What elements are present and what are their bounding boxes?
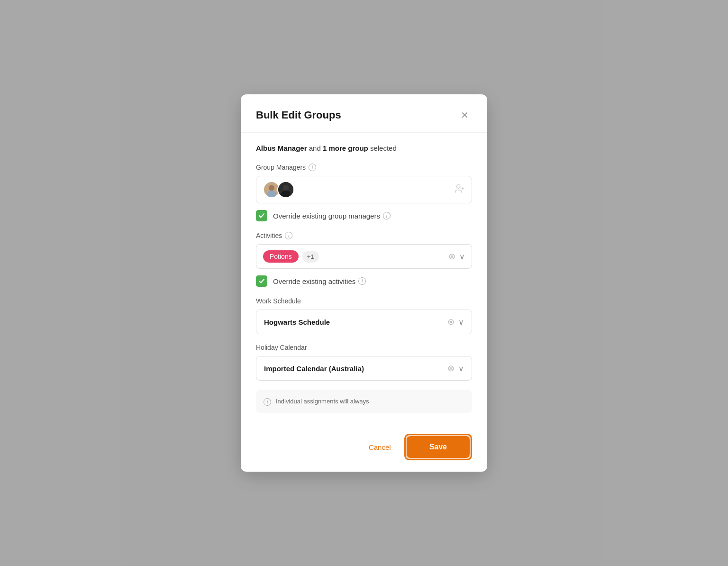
cancel-button[interactable]: Cancel xyxy=(363,439,397,455)
holiday-calendar-chevron-icon[interactable]: ∨ xyxy=(458,364,464,373)
activities-clear-icon[interactable]: ⊗ xyxy=(448,251,455,262)
svg-point-4 xyxy=(283,185,289,191)
activities-input[interactable]: Potions +1 ⊗ ∨ xyxy=(256,244,472,269)
work-schedule-label: Work Schedule xyxy=(256,297,472,305)
selection-more: 1 more group xyxy=(323,144,368,152)
activity-tag-potions: Potions xyxy=(263,250,299,263)
override-activities-label: Override existing activities i xyxy=(273,277,366,285)
work-schedule-dropdown[interactable]: Hogwarts Schedule ⊗ ∨ xyxy=(256,310,472,334)
holiday-calendar-actions: ⊗ ∨ xyxy=(447,363,464,374)
svg-point-1 xyxy=(269,185,274,191)
activities-chevron-icon[interactable]: ∨ xyxy=(459,252,465,261)
work-schedule-clear-icon[interactable]: ⊗ xyxy=(447,317,455,327)
save-button-wrapper: Save xyxy=(404,434,472,460)
group-managers-info-icon[interactable]: i xyxy=(309,164,316,171)
override-activities-checkbox[interactable] xyxy=(256,275,267,287)
avatar-2 xyxy=(277,181,294,198)
activities-label: Activities i xyxy=(256,232,472,239)
group-managers-section: Group Managers i xyxy=(256,164,472,221)
svg-point-2 xyxy=(267,191,276,197)
override-managers-row: Override existing group managers i xyxy=(256,210,472,221)
selection-and: and xyxy=(309,144,323,152)
modal-overlay: Bulk Edit Groups ✕ Albus Manager and 1 m… xyxy=(0,0,728,566)
work-schedule-value: Hogwarts Schedule xyxy=(264,318,330,326)
override-managers-info-icon[interactable]: i xyxy=(383,212,391,219)
tag-actions: ⊗ ∨ xyxy=(448,251,465,262)
work-schedule-actions: ⊗ ∨ xyxy=(447,317,464,327)
save-button[interactable]: Save xyxy=(407,436,470,458)
group-managers-label: Group Managers i xyxy=(256,164,472,171)
work-schedule-chevron-icon[interactable]: ∨ xyxy=(458,318,464,327)
svg-point-5 xyxy=(281,191,291,197)
add-user-icon[interactable] xyxy=(455,183,465,196)
holiday-calendar-clear-icon[interactable]: ⊗ xyxy=(447,363,455,374)
info-note-text: Individual assignments will always xyxy=(276,398,369,405)
group-managers-input[interactable] xyxy=(256,176,472,203)
manager-avatars xyxy=(263,181,291,198)
override-managers-label: Override existing group managers i xyxy=(273,212,391,220)
holiday-calendar-section: Holiday Calendar Imported Calendar (Aust… xyxy=(256,344,472,381)
work-schedule-section: Work Schedule Hogwarts Schedule ⊗ ∨ xyxy=(256,297,472,334)
modal-header: Bulk Edit Groups ✕ xyxy=(241,94,487,133)
bulk-edit-modal: Bulk Edit Groups ✕ Albus Manager and 1 m… xyxy=(241,94,487,472)
holiday-calendar-dropdown[interactable]: Imported Calendar (Australia) ⊗ ∨ xyxy=(256,356,472,381)
holiday-calendar-value: Imported Calendar (Australia) xyxy=(264,365,364,373)
modal-title: Bulk Edit Groups xyxy=(256,109,341,121)
selection-end: selected xyxy=(370,144,397,152)
close-icon: ✕ xyxy=(461,110,469,121)
override-activities-row: Override existing activities i xyxy=(256,275,472,287)
selection-bold: Albus Manager xyxy=(256,144,307,152)
modal-body: Albus Manager and 1 more group selected … xyxy=(241,133,487,425)
activities-info-icon[interactable]: i xyxy=(285,232,292,239)
holiday-calendar-label: Holiday Calendar xyxy=(256,344,472,351)
activity-extra-count: +1 xyxy=(302,251,319,263)
override-managers-checkbox[interactable] xyxy=(256,210,267,221)
modal-footer: Cancel Save xyxy=(241,425,487,472)
info-note-icon: i xyxy=(264,398,271,406)
override-activities-info-icon[interactable]: i xyxy=(358,277,366,285)
selection-info: Albus Manager and 1 more group selected xyxy=(256,144,472,152)
info-note: i Individual assignments will always xyxy=(256,390,472,413)
close-button[interactable]: ✕ xyxy=(457,108,472,123)
activities-section: Activities i Potions +1 ⊗ ∨ xyxy=(256,232,472,287)
svg-point-6 xyxy=(457,184,460,188)
